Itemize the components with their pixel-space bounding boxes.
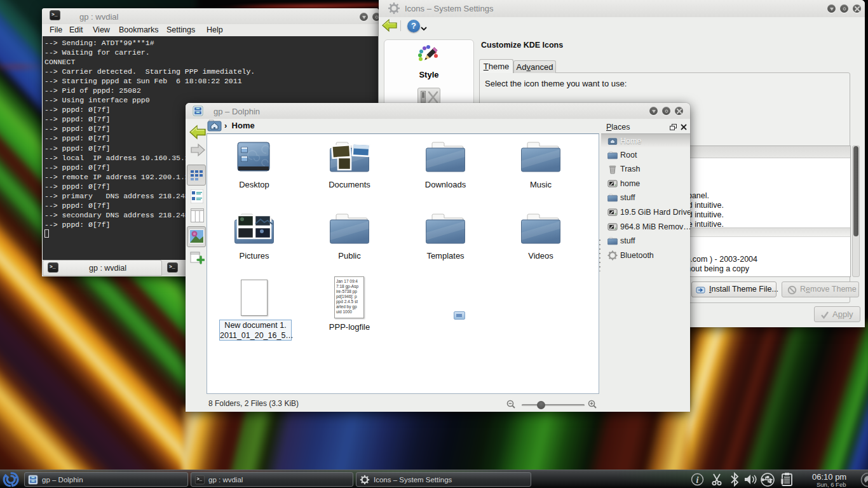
svg-text:i: i xyxy=(696,475,699,485)
